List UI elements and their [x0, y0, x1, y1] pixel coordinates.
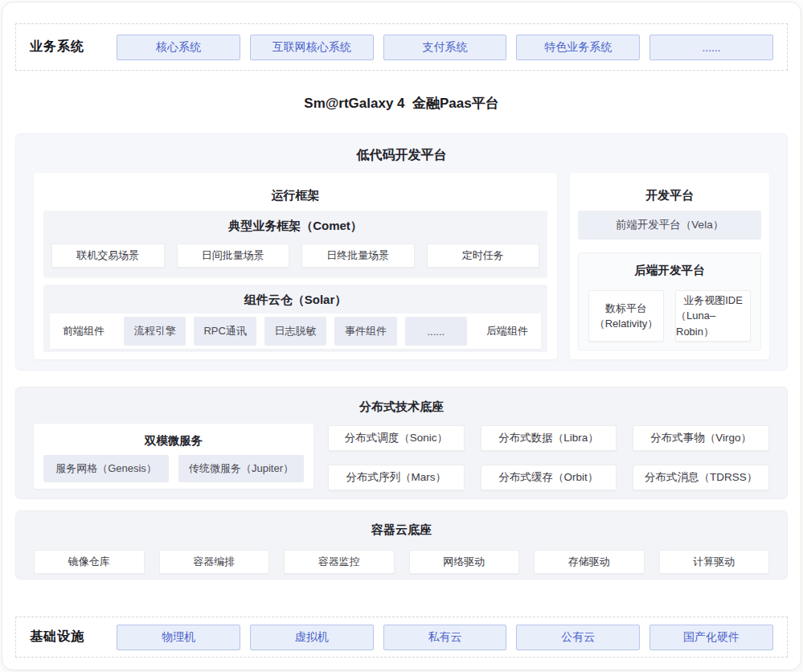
infrastructure-label: 基础设施 [30, 629, 117, 645]
container-cloud-box: 容器监控 [284, 550, 395, 574]
solar-component-box: 日志脱敏 [264, 317, 326, 346]
runtime-framework-title: 运行框架 [34, 188, 557, 203]
solar-component-box: 事件组件 [334, 317, 396, 346]
luna-robin-ide-name: 业务视图IDE [683, 293, 743, 309]
business-system-box: 特色业务系统 [516, 35, 640, 60]
business-systems-section: 业务系统 核心系统 互联网核心系统 支付系统 特色业务系统 ...... [15, 23, 788, 71]
business-system-box: 支付系统 [383, 35, 507, 60]
infrastructure-section: 基础设施 物理机 虚拟机 私有云 公有云 国产化硬件 [15, 617, 788, 658]
container-cloud-box: 镜像仓库 [34, 550, 145, 574]
genesis-service-mesh-box: 服务网格（Genesis） [43, 455, 169, 482]
dual-mode-microservice-row: 服务网格（Genesis） 传统微服务（Jupiter） [43, 455, 304, 482]
architecture-diagram: 业务系统 核心系统 互联网核心系统 支付系统 特色业务系统 ...... Sm@… [2, 2, 801, 670]
infrastructure-box: 虚拟机 [250, 625, 374, 650]
comet-scenario-row: 联机交易场景 日间批量场景 日终批量场景 定时任务 [51, 244, 539, 268]
runtime-framework-panel: 运行框架 典型业务框架（Comet） 联机交易场景 日间批量场景 日终批量场景 … [34, 173, 557, 359]
distributed-service-box: 分布式事物（Virgo） [633, 425, 769, 451]
distributed-service-box: 分布式消息（TDRSS） [633, 465, 769, 490]
infrastructure-box: 公有云 [516, 625, 640, 650]
business-system-box: 核心系统 [117, 35, 240, 60]
container-cloud-title: 容器云底座 [16, 522, 787, 538]
dev-platform-title: 开发平台 [570, 188, 769, 203]
solar-component-box: ...... [405, 317, 467, 346]
container-cloud-box: 存储驱动 [534, 550, 645, 574]
solar-component-box: 流程引擎 [124, 317, 186, 346]
luna-robin-ide-codename: （Luna–Robin） [676, 308, 750, 339]
business-systems-boxes: 核心系统 互联网核心系统 支付系统 特色业务系统 ...... [117, 35, 773, 60]
backend-component-box: 后端组件 [475, 313, 539, 349]
low-code-platform-section: 低代码开发平台 运行框架 典型业务框架（Comet） 联机交易场景 日间批量场景… [15, 133, 788, 371]
vela-frontend-platform-box: 前端开发平台（Vela） [578, 211, 761, 240]
business-system-box: 互联网核心系统 [250, 35, 374, 60]
distributed-service-box: 分布式调度（Sonic） [328, 425, 465, 451]
distributed-services-grid: 分布式调度（Sonic） 分布式数据（Libra） 分布式事物（Virgo） 分… [328, 425, 769, 490]
dev-platform-panel: 开发平台 前端开发平台（Vela） 后端开发平台 数标平台 （Relativit… [570, 173, 769, 359]
container-cloud-box: 容器编排 [159, 550, 270, 574]
low-code-platform-title: 低代码开发平台 [16, 147, 787, 164]
comet-framework-panel: 典型业务框架（Comet） 联机交易场景 日间批量场景 日终批量场景 定时任务 [43, 211, 547, 278]
luna-robin-ide-box: 业务视图IDE （Luna–Robin） [675, 290, 751, 342]
page-title: Sm@rtGalaxy 4 金融Paas平台 [2, 94, 801, 113]
container-cloud-box: 计算驱动 [659, 550, 770, 574]
relativity-platform-box: 数标平台 （Relativity） [588, 290, 664, 342]
business-system-box: ...... [649, 35, 773, 60]
container-cloud-section: 容器云底座 镜像仓库 容器编排 容器监控 网络驱动 存储驱动 计算驱动 [15, 510, 788, 580]
dual-mode-microservice-panel: 双模微服务 服务网格（Genesis） 传统微服务（Jupiter） [34, 424, 313, 489]
backend-dev-platform-title: 后端开发平台 [579, 263, 760, 278]
infrastructure-boxes: 物理机 虚拟机 私有云 公有云 国产化硬件 [117, 625, 773, 650]
infrastructure-box: 国产化硬件 [649, 625, 773, 650]
container-cloud-row: 镜像仓库 容器编排 容器监控 网络驱动 存储驱动 计算驱动 [34, 550, 769, 574]
infrastructure-box: 私有云 [383, 625, 507, 650]
solar-component-row: 前端组件 流程引擎 RPC通讯 日志脱敏 事件组件 ...... 后端组件 [50, 313, 541, 349]
distributed-base-section: 分布式技术底座 双模微服务 服务网格（Genesis） 传统微服务（Jupite… [15, 387, 788, 499]
container-cloud-box: 网络驱动 [409, 550, 520, 574]
comet-scenario-box: 日间批量场景 [177, 244, 290, 268]
backend-dev-platform-panel: 后端开发平台 数标平台 （Relativity） 业务视图IDE （Luna–R… [578, 252, 761, 350]
comet-framework-title: 典型业务框架（Comet） [43, 219, 547, 234]
comet-scenario-box: 联机交易场景 [51, 244, 165, 268]
relativity-platform-codename: （Relativity） [595, 316, 658, 332]
infrastructure-box: 物理机 [117, 625, 240, 650]
jupiter-microservice-box: 传统微服务（Jupiter） [178, 455, 304, 482]
solar-component-title: 组件云仓（Solar） [43, 293, 547, 308]
solar-component-panel: 组件云仓（Solar） 前端组件 流程引擎 RPC通讯 日志脱敏 事件组件 ..… [43, 285, 547, 352]
distributed-base-title: 分布式技术底座 [16, 400, 787, 415]
distributed-service-box: 分布式序列（Mars） [328, 465, 465, 490]
frontend-component-box: 前端组件 [51, 313, 116, 349]
comet-scenario-box: 定时任务 [427, 244, 540, 268]
solar-component-box: RPC通讯 [194, 317, 256, 346]
distributed-service-box: 分布式数据（Libra） [481, 425, 617, 451]
dual-mode-microservice-title: 双模微服务 [34, 433, 313, 449]
distributed-service-box: 分布式缓存（Orbit） [481, 465, 617, 490]
relativity-platform-name: 数标平台 [605, 301, 647, 317]
business-systems-label: 业务系统 [30, 39, 117, 55]
comet-scenario-box: 日终批量场景 [301, 244, 415, 268]
backend-dev-platform-row: 数标平台 （Relativity） 业务视图IDE （Luna–Robin） [588, 290, 751, 342]
